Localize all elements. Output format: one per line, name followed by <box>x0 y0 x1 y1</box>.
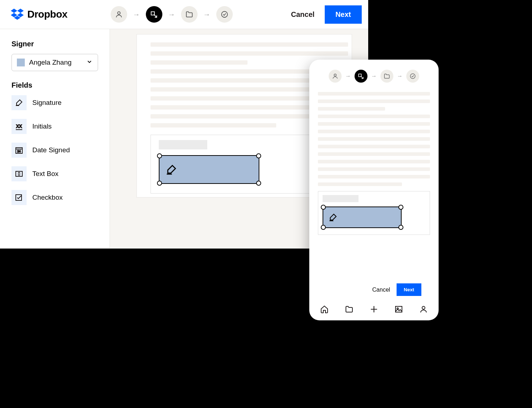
signer-dropdown[interactable]: Angela Zhang <box>11 54 98 71</box>
text-placeholder <box>318 182 402 186</box>
folder-icon[interactable] <box>343 305 356 315</box>
next-button[interactable]: Next <box>397 283 421 296</box>
step-fields-icon[interactable] <box>355 70 367 83</box>
signer-heading: Signer <box>11 40 98 48</box>
mobile-progress-steps: → → → <box>309 60 439 90</box>
field-initials[interactable]: XX Initials <box>11 119 98 134</box>
arrow-right-icon: → <box>168 10 175 19</box>
svg-point-14 <box>422 306 425 309</box>
brand-name: Dropbox <box>27 9 68 20</box>
text-placeholder <box>318 175 430 178</box>
fields-heading: Fields <box>11 81 98 89</box>
text-placeholder <box>318 137 430 141</box>
mobile-document-body[interactable] <box>318 92 430 280</box>
resize-handle[interactable] <box>398 205 403 210</box>
signer-name: Angela Zhang <box>29 59 82 66</box>
chevron-down-icon <box>86 59 93 66</box>
text-placeholder <box>151 42 348 47</box>
cancel-button[interactable]: Cancel <box>372 287 390 293</box>
text-placeholder <box>318 107 385 111</box>
photo-icon[interactable] <box>392 305 405 315</box>
field-date-signed[interactable]: 24 Date Signed <box>11 143 98 158</box>
mobile-preview: → → → <box>309 60 439 320</box>
step-review-icon[interactable] <box>216 6 233 23</box>
svg-rect-6 <box>16 171 22 176</box>
resize-handle[interactable] <box>256 181 261 186</box>
field-checkbox[interactable]: Checkbox <box>11 190 98 205</box>
text-placeholder <box>318 145 430 148</box>
textbox-icon <box>11 166 27 181</box>
home-icon[interactable] <box>318 305 331 315</box>
svg-point-9 <box>334 74 336 76</box>
step-fields-icon[interactable] <box>146 6 162 23</box>
account-icon[interactable] <box>417 305 430 315</box>
resize-handle[interactable] <box>157 153 162 158</box>
mobile-actions: Cancel Next <box>318 280 430 299</box>
step-folder-icon[interactable] <box>181 6 198 23</box>
arrow-right-icon: → <box>203 10 211 19</box>
signer-color-swatch <box>17 59 25 66</box>
text-placeholder <box>318 152 430 156</box>
text-placeholder <box>151 51 348 56</box>
field-list: Signature XX Initials 24 Date Signed <box>11 95 98 205</box>
resize-handle[interactable] <box>398 225 403 230</box>
text-placeholder <box>318 130 430 133</box>
sidebar: Signer Angela Zhang Fields Signature <box>0 29 110 248</box>
text-placeholder <box>151 60 248 65</box>
field-label: Text Box <box>32 170 59 178</box>
header-bar: Dropbox → → → Cancel Next <box>0 0 368 29</box>
svg-rect-12 <box>395 306 402 312</box>
brand-logo: Dropbox <box>11 9 68 20</box>
signature-field[interactable] <box>323 207 402 228</box>
calendar-icon: 24 <box>11 143 27 158</box>
svg-text:24: 24 <box>17 149 21 153</box>
next-button[interactable]: Next <box>325 5 362 24</box>
checkbox-icon <box>11 190 27 205</box>
signature-label-placeholder <box>159 140 207 149</box>
arrow-right-icon: → <box>133 10 140 19</box>
signature-label-placeholder <box>323 195 358 202</box>
resize-handle[interactable] <box>321 225 326 230</box>
text-placeholder <box>318 167 430 171</box>
resize-handle[interactable] <box>157 181 162 186</box>
text-placeholder <box>318 115 430 118</box>
svg-text:XX: XX <box>16 124 22 129</box>
field-text-box[interactable]: Text Box <box>11 166 98 181</box>
svg-point-2 <box>221 11 227 18</box>
mobile-signature-block <box>318 191 430 235</box>
step-signer-icon[interactable] <box>329 70 342 83</box>
initials-icon: XX <box>11 119 27 134</box>
arrow-right-icon: → <box>371 73 377 79</box>
signature-field[interactable] <box>159 155 259 184</box>
svg-rect-7 <box>18 172 20 175</box>
text-placeholder <box>151 123 276 128</box>
header-actions: Cancel Next <box>291 5 362 24</box>
arrow-right-icon: → <box>345 73 351 79</box>
step-signer-icon[interactable] <box>111 6 127 23</box>
resize-handle[interactable] <box>321 205 326 210</box>
step-folder-icon[interactable] <box>380 70 393 83</box>
mobile-bottom-nav <box>309 300 439 320</box>
field-label: Signature <box>32 99 61 107</box>
svg-point-11 <box>410 74 415 79</box>
field-signature[interactable]: Signature <box>11 95 98 110</box>
field-label: Checkbox <box>32 194 63 201</box>
text-placeholder <box>318 160 430 163</box>
mobile-document: Cancel Next <box>309 90 439 300</box>
signature-pen-icon <box>328 213 338 222</box>
text-placeholder <box>318 99 430 103</box>
cancel-button[interactable]: Cancel <box>291 10 315 19</box>
signature-pen-icon <box>165 163 177 176</box>
resize-handle[interactable] <box>256 153 261 158</box>
field-label: Initials <box>32 122 52 130</box>
arrow-right-icon: → <box>397 73 403 79</box>
add-icon[interactable] <box>367 305 380 315</box>
field-label: Date Signed <box>32 146 70 154</box>
svg-rect-8 <box>16 195 22 200</box>
signature-icon <box>11 95 27 110</box>
svg-point-0 <box>117 12 120 14</box>
text-placeholder <box>318 92 430 96</box>
step-review-icon[interactable] <box>406 70 419 83</box>
dropbox-icon <box>11 9 24 20</box>
text-placeholder <box>318 122 430 126</box>
